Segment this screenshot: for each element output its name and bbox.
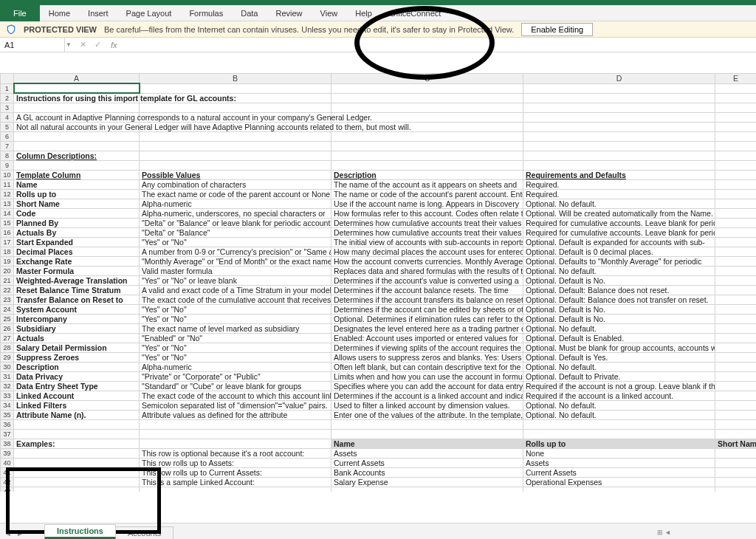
row-header[interactable]: 43 [1,487,14,492]
enter-icon[interactable]: ✓ [92,40,103,49]
cell[interactable]: Alpha-numeric, underscores, no special c… [140,209,331,219]
cell[interactable]: The name of the account as it appears on… [331,180,523,190]
sheet-tab-instructions[interactable]: Instructions [44,524,116,539]
cell[interactable]: "Enabled" or "No" [140,334,331,343]
sheet-prev-icon[interactable]: ◄ [3,529,13,538]
cell[interactable]: Allows users to suppress zeros and blank… [331,353,523,363]
row-header[interactable]: 24 [1,305,14,315]
cell[interactable]: This is a sample Linked Account: [140,478,331,487]
cell[interactable]: Optional. Default: Balance does not rese… [523,286,715,295]
horizontal-scroll-indicator[interactable]: ⊞ ◄ [657,529,682,536]
cell[interactable] [715,228,757,238]
row-header[interactable]: 38 [1,439,14,449]
cell[interactable] [140,151,331,161]
cell[interactable]: Transfer Balance on Reset to [14,295,140,305]
cell[interactable]: Current Assets [523,468,715,478]
cell[interactable]: Optional. No default. [523,363,715,372]
cell[interactable]: Start Expanded [14,238,140,247]
cell[interactable] [14,449,140,459]
cell[interactable] [715,286,757,295]
cell[interactable]: Optional. Default is Enabled. [523,334,715,343]
cell[interactable] [715,353,757,363]
enable-editing-button[interactable]: Enable Editing [521,23,593,36]
cell[interactable] [140,83,331,93]
tab-file[interactable]: File [0,5,40,21]
cell[interactable]: Name [14,180,140,190]
cell[interactable]: Alpha-numeric [140,199,331,209]
cell[interactable] [140,142,331,151]
cell[interactable]: The exact code of the cumulative account… [140,295,331,305]
row-header[interactable]: 17 [1,238,14,247]
row-header[interactable]: 9 [1,161,14,171]
cell[interactable]: Optional. No default. [523,199,715,209]
cell[interactable]: Name [331,439,523,449]
row-header[interactable]: 42 [1,478,14,487]
row-header[interactable]: 20 [1,267,14,276]
row-header[interactable]: 33 [1,391,14,401]
tab-help[interactable]: Help [346,5,381,21]
cell[interactable] [331,93,523,103]
cell[interactable]: "Yes" or "No" [140,353,331,363]
row-header[interactable]: 27 [1,334,14,343]
cell[interactable] [14,459,140,468]
row-header[interactable]: 29 [1,353,14,363]
cell[interactable]: "Standard" or "Cube" or leave blank for … [140,382,331,391]
cell[interactable]: Suppress Zeroes [14,353,140,363]
cell[interactable] [715,468,757,478]
fx-icon[interactable]: fx [108,41,120,49]
cell[interactable]: Weighted-Average Translation [14,276,140,286]
cell[interactable]: Attribute values as defined for the attr… [140,411,331,420]
cell[interactable]: Linked Filters [14,401,140,411]
row-header[interactable]: 31 [1,372,14,382]
cell[interactable] [715,295,757,305]
cell[interactable] [331,151,523,161]
name-box[interactable]: A1 [0,38,65,52]
row-header[interactable]: 7 [1,142,14,151]
cell[interactable] [715,459,757,468]
cell[interactable]: Description [14,363,140,372]
cell[interactable]: Required for cumulative accounts. Leave … [523,219,715,228]
cell[interactable] [140,161,331,171]
cell[interactable] [140,430,331,439]
row-header[interactable]: 1 [1,83,14,93]
sheet-next-icon[interactable]: ► [15,529,25,538]
cell[interactable]: Determines if the account can be edited … [331,305,523,315]
cell[interactable] [14,132,140,142]
cell[interactable] [523,123,715,132]
cell[interactable] [523,142,715,151]
row-header[interactable]: 19 [1,257,14,267]
row-header[interactable]: 32 [1,382,14,391]
row-header[interactable]: 4 [1,113,14,123]
cell[interactable]: A number from 0-9 or "Currency's precisi… [140,247,331,257]
cell[interactable]: Optional. Default is No. [523,315,715,324]
tab-home[interactable]: Home [40,5,79,21]
cell[interactable]: Optional. Default is Yes. [523,353,715,363]
cell[interactable]: Required. [523,190,715,199]
row-header[interactable]: 28 [1,343,14,353]
cell[interactable]: "Monthly Average" or "End of Month" or t… [140,257,331,267]
cell[interactable]: Instructions for using this import templ… [14,93,140,103]
cell[interactable]: Replaces data and shared formulas with t… [331,267,523,276]
cell[interactable] [523,430,715,439]
cell[interactable] [715,93,757,103]
cell[interactable]: Specifies where you can add the account … [331,382,523,391]
row-header[interactable]: 2 [1,93,14,103]
cell[interactable]: This row rolls up to Assets: [140,459,331,468]
cell[interactable]: This row rolls up to Current Assets: [140,468,331,478]
cell[interactable] [715,372,757,382]
cell[interactable]: Determines if the account transfers its … [331,295,523,305]
cell[interactable] [715,247,757,257]
cancel-icon[interactable]: ✕ [77,40,89,49]
cell[interactable]: A GL account in Adaptive Planning corres… [14,113,140,123]
cell[interactable]: Use if the account name is long. Appears… [331,199,523,209]
cell[interactable] [331,430,523,439]
cell[interactable] [523,93,715,103]
namebox-dropdown-icon[interactable]: ▼ [65,41,72,48]
tab-officeconnect[interactable]: OfficeConnect [381,5,450,21]
cell[interactable]: Exchange Rate [14,257,140,267]
col-header-E[interactable]: E [715,74,757,84]
cell[interactable]: "Yes" or "No" or leave blank [140,276,331,286]
cell[interactable]: Optional. Default is No. [523,305,715,315]
cell[interactable] [140,132,331,142]
cell[interactable] [14,103,140,113]
